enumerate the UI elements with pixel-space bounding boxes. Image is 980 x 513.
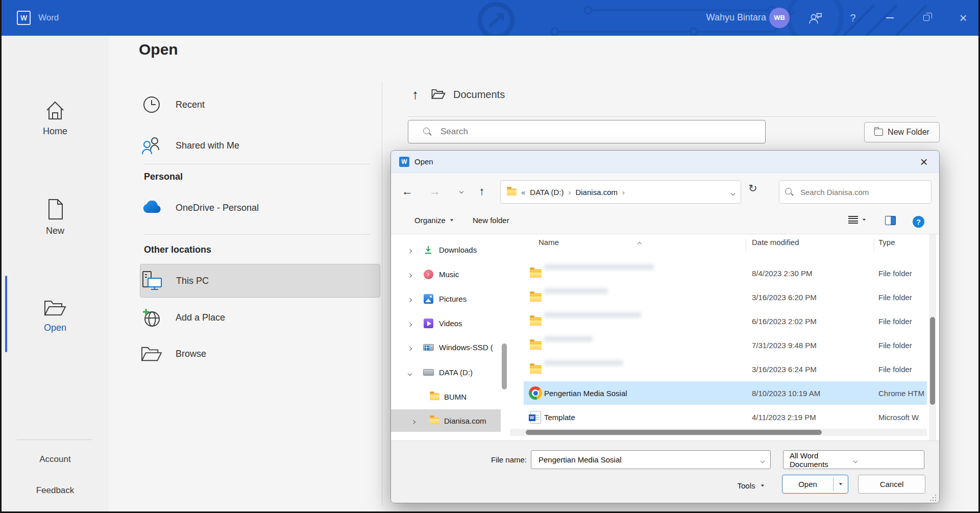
forward-icon[interactable]: → bbox=[426, 182, 444, 201]
file-name-combobox bbox=[531, 450, 771, 469]
column-header-name[interactable]: Name bbox=[538, 238, 559, 247]
word-app-icon: W bbox=[17, 11, 31, 25]
breadcrumb-separator[interactable]: › bbox=[568, 188, 571, 197]
folder-icon bbox=[429, 417, 440, 424]
section-header-personal: Personal bbox=[144, 172, 183, 182]
up-one-level-icon[interactable]: ↑ bbox=[412, 87, 419, 103]
redacted-name bbox=[544, 360, 623, 366]
new-folder-menu[interactable]: New folder bbox=[473, 216, 509, 225]
sidebar-item-feedback[interactable]: Feedback bbox=[2, 485, 109, 496]
dialog-search-input[interactable] bbox=[799, 187, 926, 197]
expand-chevron-icon[interactable] bbox=[408, 270, 411, 279]
expand-chevron-icon[interactable] bbox=[408, 295, 411, 303]
tree-item-downloads[interactable]: Downloads bbox=[391, 238, 501, 261]
downloads-icon bbox=[423, 245, 434, 254]
address-bar[interactable]: « DATA (D:) › Dianisa.com › bbox=[500, 180, 741, 204]
file-row-folder-1[interactable]: 8/4/2023 2:30 PM File folder bbox=[524, 261, 927, 285]
file-name-input[interactable] bbox=[537, 455, 761, 465]
search-input[interactable] bbox=[439, 126, 765, 137]
open-nav-recent[interactable]: Recent bbox=[140, 93, 380, 116]
file-row-folder-5[interactable]: 3/16/2023 6:24 PM File folder bbox=[524, 357, 927, 381]
resize-grip[interactable] bbox=[935, 500, 936, 501]
file-row-pengertian-media-sosial[interactable]: Pengertian Media Sosial 8/10/2023 10:19 … bbox=[524, 381, 927, 405]
tree-item-videos[interactable]: Videos bbox=[391, 312, 501, 334]
vertical-scrollbar-thumb[interactable] bbox=[930, 317, 935, 405]
open-file-dialog: W Open × ← → ↑ « DATA (D:) › Dianisa.com… bbox=[390, 150, 940, 503]
open-nav-onedrive[interactable]: OneDrive - Personal bbox=[140, 197, 380, 219]
collapse-chevron-icon[interactable] bbox=[408, 368, 411, 377]
sidebar-item-account[interactable]: Account bbox=[2, 454, 109, 465]
sidebar-item-home[interactable]: Home bbox=[2, 100, 109, 137]
address-dropdown-chevron-icon[interactable] bbox=[731, 188, 734, 197]
home-icon bbox=[44, 100, 66, 121]
open-button-caret-icon[interactable] bbox=[834, 483, 848, 485]
tools-menu[interactable]: Tools bbox=[728, 478, 774, 493]
open-nav-add-place[interactable]: Add a Place bbox=[140, 306, 380, 329]
column-separator[interactable] bbox=[746, 238, 746, 253]
column-header-type[interactable]: Type bbox=[878, 238, 895, 247]
breadcrumb-separator[interactable]: › bbox=[622, 188, 625, 197]
share-feedback-icon[interactable] bbox=[803, 0, 827, 36]
current-folder-name[interactable]: Documents bbox=[453, 89, 505, 101]
preview-pane-button[interactable] bbox=[885, 216, 896, 225]
column-separator[interactable] bbox=[874, 238, 874, 253]
expand-chevron-icon[interactable] bbox=[408, 343, 411, 352]
expand-chevron-icon[interactable] bbox=[408, 246, 411, 254]
sidebar-item-open[interactable]: Open bbox=[2, 298, 109, 333]
open-nav-shared[interactable]: Shared with Me bbox=[140, 134, 380, 157]
new-folder-label: New folder bbox=[473, 216, 509, 225]
tree-item-label: Music bbox=[439, 270, 459, 279]
tree-item-label: BUMN bbox=[444, 393, 467, 401]
path-overflow[interactable]: « bbox=[521, 188, 525, 197]
vertical-scrollbar[interactable] bbox=[929, 234, 936, 441]
refresh-icon[interactable]: ↻ bbox=[748, 182, 757, 194]
breadcrumb-data-d[interactable]: DATA (D:) bbox=[530, 188, 564, 197]
open-nav-label: Shared with Me bbox=[176, 140, 239, 151]
expand-chevron-icon[interactable] bbox=[412, 417, 415, 425]
back-icon[interactable]: ← bbox=[398, 182, 416, 201]
open-nav-label: Browse bbox=[176, 349, 206, 359]
new-folder-button[interactable]: New Folder bbox=[864, 122, 940, 142]
up-icon[interactable]: ↑ bbox=[473, 182, 491, 201]
file-type-select[interactable]: All Word Documents bbox=[783, 450, 924, 469]
tree-item-music[interactable]: ♪ Music bbox=[391, 263, 501, 285]
file-row-folder-3[interactable]: 6/16/2023 2:02 PM File folder bbox=[524, 309, 927, 333]
expand-chevron-icon[interactable] bbox=[408, 319, 411, 328]
help-button[interactable]: ? bbox=[913, 216, 924, 228]
sidebar-item-new[interactable]: New bbox=[2, 198, 109, 236]
horizontal-scrollbar[interactable] bbox=[510, 429, 927, 436]
location-header: ↑ Documents bbox=[412, 87, 505, 103]
avatar[interactable]: WB bbox=[769, 8, 790, 28]
help-icon[interactable]: ? bbox=[841, 0, 865, 36]
open-button[interactable]: Open bbox=[782, 475, 848, 494]
new-document-icon bbox=[45, 198, 65, 221]
file-name-dropdown-chevron-icon[interactable] bbox=[761, 455, 764, 464]
open-nav-this-pc[interactable]: This PC bbox=[140, 264, 380, 298]
tree-item-windows-ssd[interactable]: Windows-SSD ( bbox=[391, 336, 501, 358]
open-nav-browse[interactable]: Browse bbox=[140, 343, 380, 365]
file-date: 6/16/2023 2:02 PM bbox=[752, 317, 817, 326]
restore-button[interactable] bbox=[915, 0, 938, 36]
tree-item-dianisa[interactable]: Dianisa.com bbox=[391, 409, 501, 432]
tree-item-data-d[interactable]: DATA (D:) bbox=[391, 361, 501, 383]
tree-scrollbar-thumb[interactable] bbox=[502, 344, 507, 389]
view-mode-button[interactable] bbox=[848, 216, 866, 224]
sort-ascending-icon bbox=[638, 238, 641, 247]
organize-menu[interactable]: Organize bbox=[414, 216, 454, 225]
column-header-date-modified[interactable]: Date modified bbox=[752, 238, 799, 247]
dialog-title-bar[interactable]: W Open × bbox=[391, 151, 939, 173]
breadcrumb-dianisa[interactable]: Dianisa.com bbox=[575, 188, 618, 197]
tree-item-bumn[interactable]: BUMN bbox=[391, 385, 501, 408]
file-row-folder-2[interactable]: 3/16/2023 6:20 PM File folder bbox=[524, 285, 927, 309]
minimize-button[interactable] bbox=[878, 0, 901, 36]
file-row-folder-4[interactable]: 7/31/2023 9:48 PM File folder bbox=[524, 333, 927, 357]
cancel-button[interactable]: Cancel bbox=[858, 475, 925, 494]
dialog-close-icon[interactable]: × bbox=[915, 153, 933, 171]
folder-icon bbox=[529, 317, 542, 326]
recent-locations-chevron-icon[interactable] bbox=[452, 182, 471, 201]
file-row-template[interactable]: W Template 4/11/2023 2:19 PM Microsoft W bbox=[524, 405, 927, 429]
close-button[interactable]: × bbox=[951, 0, 975, 36]
horizontal-scrollbar-thumb[interactable] bbox=[526, 430, 822, 435]
backstage-sidebar: Home New Open Account Feedback Options bbox=[2, 36, 109, 513]
tree-item-pictures[interactable]: Pictures bbox=[391, 287, 501, 310]
